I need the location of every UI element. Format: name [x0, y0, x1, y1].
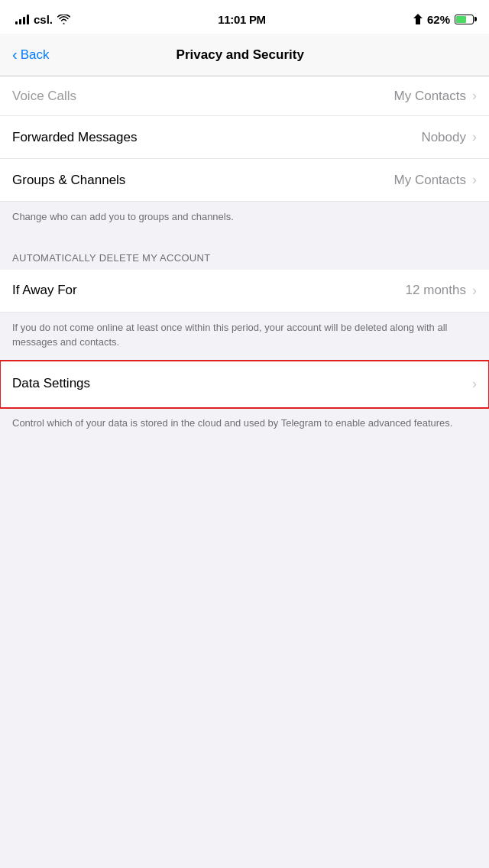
- if-away-for-chevron-icon: ›: [472, 283, 477, 299]
- groups-channels-footer: Change who can add you to groups and cha…: [0, 202, 489, 235]
- status-right: 62%: [413, 13, 474, 26]
- if-away-for-row[interactable]: If Away For 12 months ›: [0, 270, 489, 313]
- if-away-for-value: 12 months: [406, 283, 466, 298]
- data-settings-chevron-icon: ›: [472, 376, 477, 392]
- data-settings-footer: Control which of your data is stored in …: [0, 408, 489, 442]
- voice-calls-row[interactable]: Voice Calls My Contacts ›: [0, 76, 489, 116]
- navigation-bar: ‹ Back Privacy and Security: [0, 34, 489, 76]
- voice-calls-label: Voice Calls: [12, 89, 394, 104]
- page-title: Privacy and Security: [3, 47, 477, 63]
- carrier-label: csl.: [34, 13, 53, 26]
- battery-percentage: 62%: [427, 13, 450, 26]
- groups-channels-value: My Contacts: [394, 173, 466, 188]
- if-away-for-footer: If you do not come online at least once …: [0, 313, 489, 361]
- data-settings-row[interactable]: Data Settings ›: [0, 361, 489, 408]
- forwarded-messages-label: Forwarded Messages: [12, 130, 421, 145]
- wifi-icon: [57, 15, 70, 24]
- location-icon: [413, 14, 423, 24]
- signal-icon: [15, 14, 29, 24]
- groups-channels-row[interactable]: Groups & Channels My Contacts ›: [0, 159, 489, 202]
- voice-calls-chevron-icon: ›: [472, 88, 477, 104]
- auto-delete-header: AUTOMATICALLY DELETE MY ACCOUNT: [0, 235, 489, 270]
- if-away-for-label: If Away For: [12, 283, 406, 298]
- forwarded-messages-row[interactable]: Forwarded Messages Nobody ›: [0, 116, 489, 159]
- status-left: csl.: [15, 13, 70, 26]
- status-time: 11:01 PM: [218, 13, 266, 26]
- groups-channels-chevron-icon: ›: [472, 172, 477, 188]
- forwarded-messages-value: Nobody: [421, 130, 466, 145]
- forwarded-messages-chevron-icon: ›: [472, 129, 477, 145]
- settings-content: Voice Calls My Contacts › Forwarded Mess…: [0, 76, 489, 441]
- data-settings-label: Data Settings: [12, 376, 472, 391]
- status-bar: csl. 11:01 PM 62%: [0, 0, 489, 34]
- groups-channels-label: Groups & Channels: [12, 173, 394, 188]
- voice-calls-value: My Contacts: [394, 89, 466, 104]
- battery-icon: [455, 15, 474, 24]
